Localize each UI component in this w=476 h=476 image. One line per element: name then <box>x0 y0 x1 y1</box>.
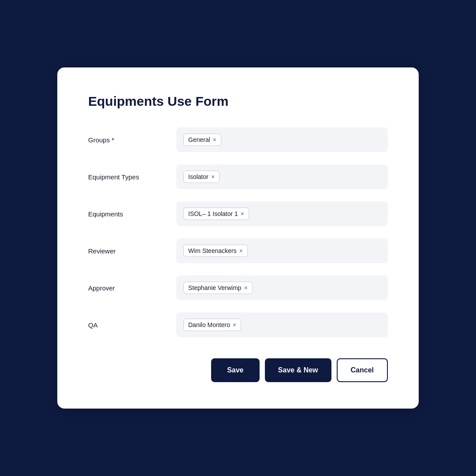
form-card: Equipments Use Form Groups *General×Equi… <box>57 67 419 409</box>
form-row-equipment-types: Equipment TypesIsolator× <box>88 164 388 189</box>
tag-label: General <box>188 136 210 143</box>
field-groups[interactable]: General× <box>176 127 388 152</box>
tag-qa: Danilo Montero× <box>183 319 241 331</box>
tag-equipments: ISOL– 1 Isolator 1× <box>183 208 249 220</box>
tag-remove-button[interactable]: × <box>244 285 248 291</box>
form-actions: Save Save & New Cancel <box>88 358 388 382</box>
label-groups: Groups * <box>88 136 176 144</box>
form-title: Equipments Use Form <box>88 94 388 109</box>
field-qa[interactable]: Danilo Montero× <box>176 312 388 337</box>
field-approver[interactable]: Stephanie Verwimp× <box>176 275 388 300</box>
cancel-button[interactable]: Cancel <box>337 358 388 382</box>
save-button[interactable]: Save <box>211 358 260 382</box>
save-new-button[interactable]: Save & New <box>265 358 331 382</box>
tag-reviewer: Wim Steenackers× <box>183 245 248 257</box>
tag-remove-button[interactable]: × <box>241 211 244 217</box>
tag-label: Wim Steenackers <box>188 247 237 254</box>
form-row-approver: ApproverStephanie Verwimp× <box>88 275 388 300</box>
label-approver: Approver <box>88 284 176 292</box>
form-row-equipments: EquipmentsISOL– 1 Isolator 1× <box>88 201 388 226</box>
page-background: Equipments Use Form Groups *General×Equi… <box>0 0 476 476</box>
tag-remove-button[interactable]: × <box>213 137 216 143</box>
field-equipments[interactable]: ISOL– 1 Isolator 1× <box>176 201 388 226</box>
label-qa: QA <box>88 321 176 329</box>
tag-label: Stephanie Verwimp <box>188 284 242 291</box>
tag-remove-button[interactable]: × <box>233 322 236 328</box>
tag-equipment-types: Isolator× <box>183 171 219 183</box>
label-equipment-types: Equipment Types <box>88 173 176 181</box>
field-equipment-types[interactable]: Isolator× <box>176 164 388 189</box>
tag-label: ISOL– 1 Isolator 1 <box>188 210 238 217</box>
form-fields: Groups *General×Equipment TypesIsolator×… <box>88 127 388 337</box>
tag-remove-button[interactable]: × <box>239 248 243 254</box>
label-equipments: Equipments <box>88 210 176 218</box>
form-row-reviewer: ReviewerWim Steenackers× <box>88 238 388 263</box>
tag-label: Danilo Montero <box>188 321 230 328</box>
tag-label: Isolator <box>188 173 208 180</box>
form-row-qa: QADanilo Montero× <box>88 312 388 337</box>
tag-remove-button[interactable]: × <box>211 174 215 180</box>
label-reviewer: Reviewer <box>88 247 176 255</box>
field-reviewer[interactable]: Wim Steenackers× <box>176 238 388 263</box>
form-row-groups: Groups *General× <box>88 127 388 152</box>
tag-approver: Stephanie Verwimp× <box>183 282 253 294</box>
tag-groups: General× <box>183 134 221 146</box>
